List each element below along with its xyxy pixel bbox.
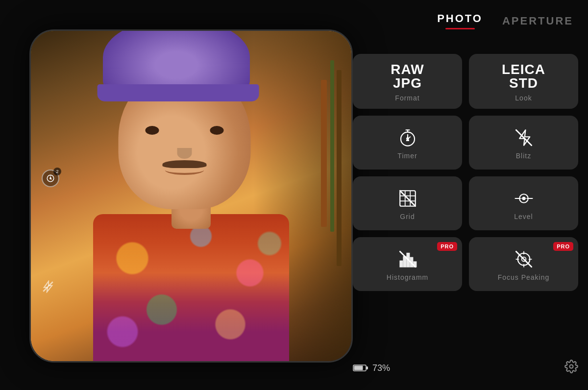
- svg-text:2: 2: [406, 137, 409, 142]
- svg-line-11: [400, 191, 416, 206]
- histogram-icon: [397, 249, 418, 269]
- look-label: Look: [515, 94, 532, 102]
- battery-icon: [353, 364, 368, 372]
- format-button[interactable]: RAWJPG Format: [353, 54, 462, 109]
- tab-aperture-label: APERTURE: [502, 15, 573, 27]
- svg-rect-18: [403, 257, 406, 267]
- svg-point-1: [50, 178, 51, 179]
- ui-panel: PHOTO APERTURE RAWJPG Format LEICASTD Lo…: [314, 0, 588, 390]
- focus-peaking-button[interactable]: PRO Focus Peaking: [469, 237, 578, 291]
- battery-percent: 73%: [372, 363, 390, 373]
- camera-viewfinder: 2: [31, 31, 351, 361]
- level-button[interactable]: Level: [469, 176, 578, 230]
- level-icon: [514, 188, 534, 209]
- svg-rect-32: [354, 366, 363, 370]
- tab-aperture[interactable]: APERTURE: [502, 15, 573, 27]
- battery-status: 73%: [353, 363, 390, 373]
- phone-frame: 2: [29, 29, 353, 363]
- focus-peaking-pro-badge: PRO: [553, 242, 573, 251]
- controls-grid: RAWJPG Format LEICASTD Look 2 Timer: [353, 54, 578, 291]
- look-text: LEICASTD: [502, 63, 545, 90]
- focus-peaking-icon: [514, 249, 534, 269]
- grid-button[interactable]: Grid: [353, 176, 462, 230]
- tab-photo-label: PHOTO: [437, 12, 483, 25]
- tab-photo[interactable]: PHOTO: [437, 12, 483, 29]
- timer-button[interactable]: 2 Timer: [353, 116, 462, 170]
- svg-point-33: [570, 365, 573, 368]
- histogramm-pro-badge: PRO: [437, 242, 457, 251]
- level-label: Level: [514, 213, 533, 220]
- flash-off-icon: [514, 127, 534, 148]
- blitz-label: Blitz: [516, 152, 531, 160]
- tab-photo-underline: [445, 28, 475, 29]
- histogramm-label: Histogramm: [387, 273, 428, 281]
- histogramm-button[interactable]: PRO Histogramm: [353, 237, 462, 291]
- grid-off-icon: [397, 188, 418, 209]
- format-label: Format: [395, 94, 419, 102]
- look-button[interactable]: LEICASTD Look: [469, 54, 578, 109]
- tab-navigation: PHOTO APERTURE: [437, 12, 573, 29]
- timer-label: Timer: [397, 152, 417, 160]
- phone-screen: 2: [31, 31, 351, 361]
- bottom-bar: 73%: [353, 360, 578, 376]
- svg-rect-31: [366, 366, 368, 369]
- timer-icon: 2: [397, 127, 418, 148]
- blitz-button[interactable]: Blitz: [469, 116, 578, 170]
- grid-label: Grid: [400, 213, 415, 220]
- format-text: RAWJPG: [391, 63, 424, 90]
- focus-peaking-label: Focus Peaking: [498, 273, 550, 281]
- settings-button[interactable]: [564, 360, 578, 376]
- svg-rect-17: [400, 261, 402, 267]
